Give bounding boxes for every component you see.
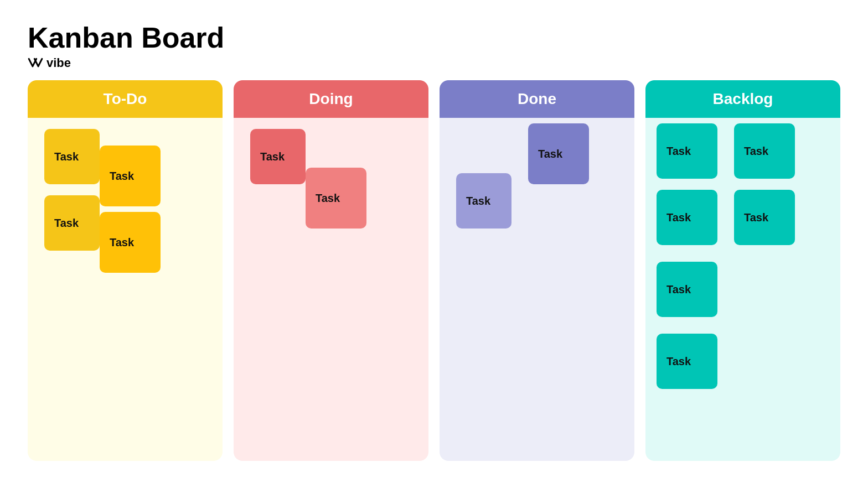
- task-label: Task: [538, 148, 562, 160]
- task-label: Task: [316, 192, 340, 205]
- brand-name: vibe: [46, 56, 71, 70]
- task-card[interactable]: Task: [306, 168, 366, 229]
- column-todo-label: To-Do: [104, 90, 147, 107]
- task-label: Task: [54, 150, 79, 163]
- task-card[interactable]: Task: [44, 195, 100, 251]
- task-card[interactable]: Task: [734, 190, 795, 245]
- task-card[interactable]: Task: [528, 123, 589, 184]
- column-doing: Doing Task Task: [234, 80, 428, 461]
- kanban-board: To-Do Task Task Task Task Doing: [28, 80, 840, 471]
- brand: vibe: [28, 56, 840, 70]
- task-card[interactable]: Task: [657, 262, 717, 317]
- column-backlog-header: Backlog: [645, 80, 840, 118]
- task-label: Task: [466, 195, 490, 207]
- column-backlog-body: Task Task Task Task Task Task: [645, 118, 840, 461]
- task-label: Task: [666, 283, 691, 296]
- task-label: Task: [110, 170, 134, 183]
- task-card[interactable]: Task: [100, 212, 161, 273]
- column-done: Done Task Task: [440, 80, 634, 461]
- task-card[interactable]: Task: [657, 334, 717, 389]
- task-label: Task: [666, 211, 691, 224]
- task-label: Task: [744, 145, 768, 158]
- column-todo-body: Task Task Task Task: [28, 118, 223, 461]
- vibe-logo-icon: [28, 57, 43, 69]
- column-doing-header: Doing: [234, 80, 428, 118]
- task-label: Task: [260, 150, 285, 163]
- task-card[interactable]: Task: [734, 123, 795, 179]
- task-label: Task: [110, 236, 134, 249]
- column-doing-label: Doing: [309, 90, 353, 107]
- column-todo-header: To-Do: [28, 80, 223, 118]
- task-card[interactable]: Task: [100, 146, 161, 206]
- column-done-header: Done: [440, 80, 634, 118]
- header: Kanban Board vibe: [28, 22, 840, 70]
- column-done-label: Done: [518, 90, 556, 107]
- task-label: Task: [54, 217, 79, 230]
- column-doing-body: Task Task: [234, 118, 428, 461]
- column-backlog-label: Backlog: [713, 90, 773, 107]
- column-done-body: Task Task: [440, 118, 634, 461]
- column-todo: To-Do Task Task Task Task: [28, 80, 223, 461]
- task-label: Task: [744, 211, 768, 224]
- task-card[interactable]: Task: [657, 123, 717, 179]
- column-backlog: Backlog Task Task Task Task Task: [645, 80, 840, 461]
- task-card[interactable]: Task: [250, 129, 306, 184]
- task-label: Task: [666, 145, 691, 158]
- page-title: Kanban Board: [28, 22, 840, 54]
- task-card[interactable]: Task: [44, 129, 100, 184]
- task-card[interactable]: Task: [456, 173, 512, 229]
- page: Kanban Board vibe To-Do Task Task: [0, 0, 868, 488]
- task-label: Task: [666, 355, 691, 368]
- task-card[interactable]: Task: [657, 190, 717, 245]
